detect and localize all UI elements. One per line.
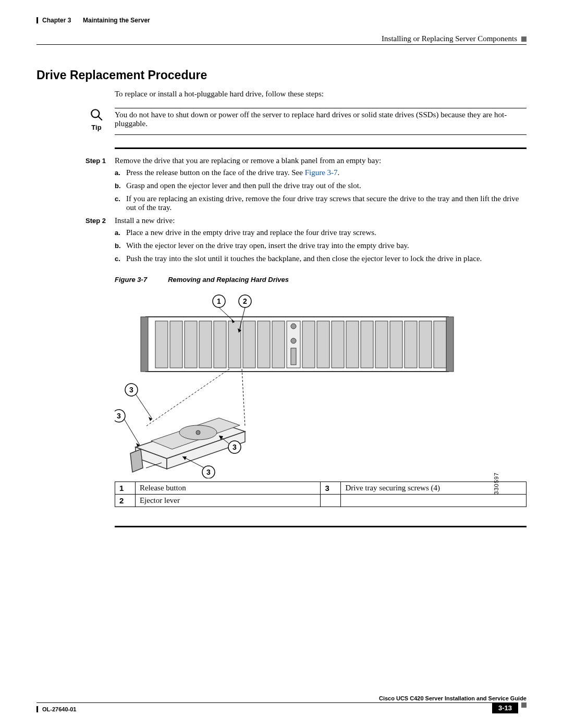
sub-letter: c. [115, 254, 126, 263]
svg-rect-27 [434, 321, 446, 368]
legend-desc [341, 495, 527, 507]
tip-text: You do not have to shut down or power of… [115, 108, 527, 131]
svg-rect-11 [243, 321, 255, 368]
sub-step: c. If you are replacing an existing driv… [115, 194, 527, 212]
table-row: 2 Ejector lever [115, 495, 527, 507]
figure-id: 330597 [493, 472, 499, 495]
step-text: Remove the drive that you are replacing … [115, 156, 527, 165]
svg-rect-24 [390, 321, 402, 368]
step-row: Step 2 Install a new drive: [85, 216, 527, 225]
callout-1: 1 [217, 297, 221, 305]
figure-title: Removing and Replacing Hard Drives [168, 276, 289, 283]
footer-bar-icon [36, 706, 38, 712]
svg-rect-4 [446, 317, 454, 372]
sub-step: b. Grasp and open the ejector lever and … [115, 181, 527, 190]
svg-rect-23 [375, 321, 388, 368]
svg-rect-6 [170, 321, 182, 368]
sub-step: a. Press the release button on the face … [115, 168, 527, 177]
svg-rect-21 [346, 321, 359, 368]
tip-label: Tip [85, 124, 107, 131]
figure-number: Figure 3-7 [115, 276, 147, 283]
svg-rect-25 [405, 321, 417, 368]
legend-num: 1 [115, 482, 136, 495]
svg-point-0 [91, 109, 99, 117]
svg-rect-20 [332, 321, 344, 368]
svg-marker-46 [149, 417, 152, 421]
sub-letter: b. [115, 181, 126, 190]
svg-rect-9 [214, 321, 226, 368]
sub-letter: b. [115, 241, 126, 250]
sub-step: c. Push the tray into the slot until it … [115, 254, 527, 263]
legend-desc: Ejector lever [135, 495, 321, 507]
figure-diagram: 1 2 [115, 291, 527, 478]
svg-rect-10 [228, 321, 241, 368]
svg-rect-18 [302, 321, 315, 368]
page-number-badge: 3-13 [492, 702, 518, 713]
sub-text: Place a new drive in the empty drive tra… [126, 228, 527, 237]
legend-table: 1 Release button 3 Drive tray securing s… [115, 482, 527, 507]
chapter-title: Maintaining the Server [83, 17, 150, 24]
figure-link[interactable]: Figure 3-7 [305, 168, 338, 177]
procedure-start-rule [115, 147, 527, 149]
sub-text: Push the tray into the slot until it tou… [126, 254, 527, 263]
section-title-small: Installing or Replacing Server Component… [382, 34, 517, 43]
legend-num: 2 [115, 495, 136, 507]
header-bar-icon [36, 17, 38, 23]
tip-block: Tip You do not have to shut down or powe… [85, 108, 527, 131]
svg-rect-3 [141, 317, 148, 372]
step-label: Step 1 [85, 156, 115, 165]
step-row: Step 1 Remove the drive that you are rep… [85, 156, 527, 165]
footer-guide-title: Cisco UCS C420 Server Installation and S… [36, 695, 527, 701]
sub-text: With the ejector lever on the drive tray… [126, 241, 527, 250]
svg-text:3: 3 [232, 443, 237, 451]
page-footer: Cisco UCS C420 Server Installation and S… [36, 695, 527, 713]
svg-rect-22 [361, 321, 373, 368]
chapter-label: Chapter 3 [42, 17, 71, 24]
sub-text: Press the release button on the face of … [126, 168, 527, 177]
svg-text:3: 3 [129, 386, 133, 394]
svg-rect-26 [419, 321, 432, 368]
figure-caption: Figure 3-7 Removing and Replacing Hard D… [115, 276, 527, 283]
sub-letter: a. [115, 228, 126, 237]
svg-rect-8 [199, 321, 212, 368]
footer-doc-id: OL-27640-01 [42, 706, 76, 712]
section-header-right: Installing or Replacing Server Component… [36, 34, 527, 43]
svg-marker-42 [130, 449, 143, 472]
svg-line-45 [136, 394, 152, 419]
sub-text: If you are replacing an existing drive, … [126, 194, 527, 212]
legend-desc: Release button [135, 482, 321, 495]
sub-step: b. With the ejector lever on the drive t… [115, 241, 527, 250]
step-text: Install a new drive: [115, 216, 527, 225]
svg-line-1 [98, 116, 102, 120]
svg-text:3: 3 [117, 412, 121, 420]
svg-point-41 [196, 430, 200, 435]
svg-rect-19 [317, 321, 329, 368]
step-label: Step 2 [85, 216, 115, 225]
svg-rect-12 [258, 321, 270, 368]
sub-text: Grasp and open the ejector lever and the… [126, 181, 527, 190]
svg-line-49 [124, 419, 140, 445]
svg-text:3: 3 [206, 468, 211, 476]
legend-num: 3 [321, 482, 341, 495]
section-heading: Drive Replacement Procedure [36, 68, 527, 82]
footer-square-icon [521, 702, 527, 708]
svg-point-16 [291, 338, 296, 343]
header-square-icon [521, 36, 527, 42]
svg-rect-17 [291, 348, 296, 365]
svg-line-34 [146, 369, 229, 426]
sub-letter: c. [115, 194, 126, 212]
svg-point-15 [291, 324, 296, 329]
svg-rect-5 [155, 321, 168, 368]
table-row: 1 Release button 3 Drive tray securing s… [115, 482, 527, 495]
svg-line-35 [242, 369, 245, 426]
sub-letter: a. [115, 168, 126, 177]
tip-bottom-rule [115, 134, 527, 135]
page-header: Chapter 3 Maintaining the Server [36, 17, 527, 24]
svg-rect-13 [272, 321, 285, 368]
legend-num [321, 495, 341, 507]
sub-step: a. Place a new drive in the empty drive … [115, 228, 527, 237]
header-rule [36, 44, 527, 45]
procedure-end-rule [115, 526, 527, 527]
callout-2: 2 [243, 297, 247, 305]
tip-magnifier-icon [90, 108, 103, 121]
